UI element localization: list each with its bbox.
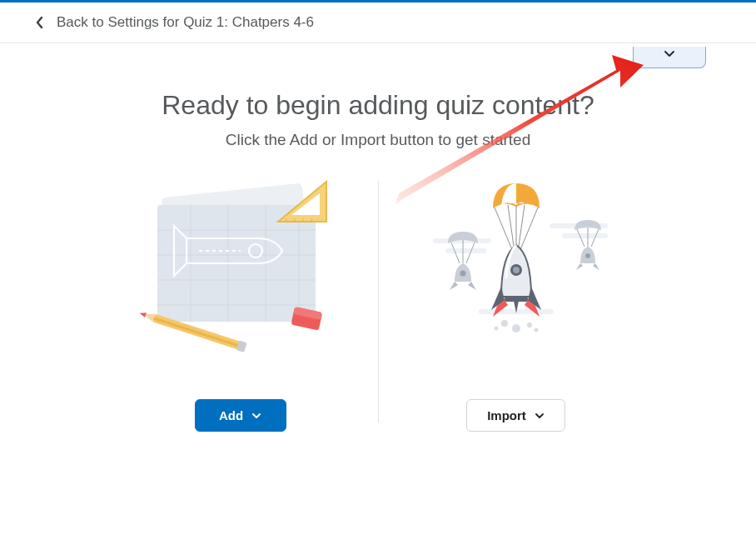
svg-point-60 (534, 328, 538, 332)
svg-marker-41 (593, 263, 599, 270)
chevron-down-icon (663, 47, 676, 63)
page-subtitle: Click the Add or Import button to get st… (0, 131, 756, 149)
chevron-down-icon (535, 411, 545, 421)
add-button[interactable]: Add (195, 399, 286, 432)
svg-line-46 (518, 205, 525, 252)
svg-point-59 (494, 327, 498, 331)
back-link-text[interactable]: Back to Settings for Quiz 1: Chatpers 4-… (57, 14, 314, 31)
page-heading: Ready to begin adding quiz content? (0, 90, 756, 121)
add-button-label: Add (219, 408, 243, 422)
svg-line-44 (520, 208, 538, 252)
svg-rect-55 (505, 297, 528, 302)
svg-line-43 (495, 208, 513, 252)
svg-rect-29 (562, 233, 608, 238)
svg-rect-27 (445, 248, 487, 253)
import-button[interactable]: Import (466, 399, 565, 432)
import-button-label: Import (487, 408, 526, 422)
main-content: Ready to begin adding quiz content? Clic… (0, 43, 756, 432)
import-illustration (400, 176, 633, 359)
svg-point-57 (527, 322, 532, 328)
back-navigation-bar: Back to Settings for Quiz 1: Chatpers 4-… (0, 2, 756, 43)
svg-point-42 (585, 253, 590, 258)
svg-line-45 (508, 205, 515, 252)
add-panel: Add (103, 176, 378, 432)
svg-marker-35 (468, 282, 476, 290)
svg-point-56 (501, 320, 508, 327)
svg-point-36 (460, 271, 465, 277)
svg-point-51 (513, 267, 520, 273)
svg-marker-34 (450, 282, 458, 290)
svg-marker-24 (138, 311, 146, 318)
svg-marker-40 (576, 263, 583, 270)
chevron-left-icon[interactable] (35, 16, 45, 29)
expand-panel-tab[interactable] (633, 47, 706, 68)
chevron-down-icon (251, 411, 261, 421)
svg-point-58 (512, 324, 520, 332)
import-panel: Import (379, 176, 654, 432)
add-illustration (124, 176, 357, 359)
option-panels: Add (0, 176, 756, 432)
